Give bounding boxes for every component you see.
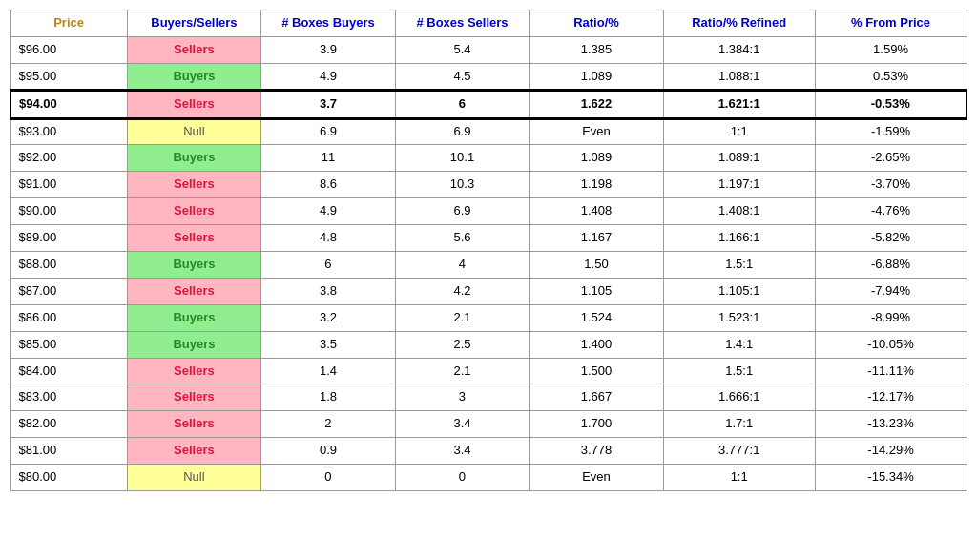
from-price-cell: -5.82%: [815, 225, 967, 252]
boxes-buyers-cell: 0: [261, 465, 396, 491]
boxes-buyers-cell: 2: [261, 411, 396, 438]
header-buyers-sellers: Buyers/Sellers: [127, 10, 261, 37]
boxes-sellers-cell: 4.2: [395, 278, 530, 304]
price-cell: $81.00: [10, 438, 127, 465]
ratio-refined-cell: 1:1: [663, 118, 815, 145]
boxes-sellers-cell: 4.5: [395, 63, 530, 90]
from-price-cell: -1.59%: [815, 118, 967, 145]
buyers-label: Buyers: [173, 337, 215, 351]
type-cell: Buyers: [127, 63, 261, 90]
table-row: $81.00Sellers0.93.43.7783.777:1-14.29%: [10, 438, 967, 465]
type-cell: Sellers: [127, 278, 261, 304]
price-cell: $90.00: [10, 198, 127, 225]
ratio-refined-cell: 1.166:1: [663, 225, 815, 252]
price-cell: $85.00: [10, 331, 127, 358]
from-price-cell: -8.99%: [815, 304, 967, 331]
boxes-buyers-cell: 3.5: [261, 331, 396, 358]
type-cell: Sellers: [127, 225, 261, 252]
from-price-cell: -3.70%: [815, 172, 967, 198]
type-cell: Buyers: [127, 252, 261, 279]
type-cell: Buyers: [127, 304, 261, 331]
type-cell: Sellers: [127, 438, 261, 465]
price-cell: $91.00: [10, 172, 127, 198]
ratio-cell: Even: [530, 118, 664, 145]
ratio-cell: 1.500: [530, 358, 664, 384]
ratio-refined-cell: 1.7:1: [663, 411, 815, 438]
type-cell: Sellers: [127, 36, 261, 63]
ratio-refined-cell: 1:1: [663, 465, 815, 491]
boxes-buyers-cell: 3.9: [261, 36, 396, 63]
table-row: $88.00Buyers641.501.5:1-6.88%: [10, 252, 967, 279]
buyers-label: Buyers: [173, 310, 215, 324]
boxes-sellers-cell: 2.5: [395, 331, 530, 358]
boxes-buyers-cell: 1.8: [261, 384, 396, 411]
table-row: $80.00Null00Even1:1-15.34%: [10, 465, 967, 491]
from-price-cell: -7.94%: [815, 278, 967, 304]
ratio-refined-cell: 1.621:1: [663, 91, 815, 118]
price-cell: $89.00: [10, 225, 127, 252]
sellers-label: Sellers: [174, 96, 215, 111]
table-row: $82.00Sellers23.41.7001.7:1-13.23%: [10, 411, 967, 438]
header-ratio-refined: Ratio/% Refined: [663, 10, 815, 37]
ratio-cell: 1.198: [530, 172, 664, 198]
type-cell: Sellers: [127, 172, 261, 198]
price-cell: $86.00: [10, 304, 127, 331]
boxes-sellers-cell: 10.1: [395, 145, 530, 172]
boxes-buyers-cell: 4.9: [261, 198, 396, 225]
price-cell: $92.00: [10, 145, 127, 172]
boxes-sellers-cell: 10.3: [395, 172, 530, 198]
ratio-cell: 3.778: [530, 438, 664, 465]
ratio-cell: 1.667: [530, 384, 664, 411]
price-cell: $83.00: [10, 384, 127, 411]
price-cell: $80.00: [10, 465, 127, 491]
table-row: $84.00Sellers1.42.11.5001.5:1-11.11%: [10, 358, 967, 384]
sellers-label: Sellers: [174, 283, 215, 298]
from-price-cell: -0.53%: [815, 91, 967, 118]
type-cell: Sellers: [127, 198, 261, 225]
table-row: $86.00Buyers3.22.11.5241.523:1-8.99%: [10, 304, 967, 331]
from-price-cell: -6.88%: [815, 252, 967, 279]
ratio-cell: 1.089: [530, 63, 664, 90]
ratio-refined-cell: 1.088:1: [663, 63, 815, 90]
table-row: $83.00Sellers1.831.6671.666:1-12.17%: [10, 384, 967, 411]
boxes-buyers-cell: 0.9: [261, 438, 396, 465]
boxes-buyers-cell: 6: [261, 252, 396, 279]
sellers-label: Sellers: [174, 389, 215, 404]
type-cell: Buyers: [127, 331, 261, 358]
price-cell: $82.00: [10, 411, 127, 438]
type-cell: Buyers: [127, 145, 261, 172]
ratio-refined-cell: 1.089:1: [663, 145, 815, 172]
boxes-sellers-cell: 3.4: [395, 411, 530, 438]
header-price: Price: [10, 10, 127, 37]
buyers-label: Buyers: [173, 150, 215, 164]
ratio-refined-cell: 1.105:1: [663, 278, 815, 304]
table-row: $96.00Sellers3.95.41.3851.384:11.59%: [10, 36, 967, 63]
table-row: $87.00Sellers3.84.21.1051.105:1-7.94%: [10, 278, 967, 304]
sellers-label: Sellers: [174, 443, 215, 457]
price-cell: $88.00: [10, 252, 127, 279]
table-row: $89.00Sellers4.85.61.1671.166:1-5.82%: [10, 225, 967, 252]
header-boxes-sellers: # Boxes Sellers: [395, 10, 530, 37]
ratio-cell: 1.105: [530, 278, 664, 304]
boxes-sellers-cell: 2.1: [395, 358, 530, 384]
ratio-cell: 1.622: [530, 91, 664, 118]
type-cell: Null: [127, 118, 261, 145]
ratio-refined-cell: 1.384:1: [663, 36, 815, 63]
buyers-label: Buyers: [173, 257, 215, 271]
null-label: Null: [183, 469, 204, 484]
ratio-refined-cell: 1.5:1: [663, 252, 815, 279]
price-cell: $96.00: [10, 36, 127, 63]
price-cell: $94.00: [10, 91, 127, 118]
ratio-cell: 1.400: [530, 331, 664, 358]
table-row: $93.00Null6.96.9Even1:1-1.59%: [10, 118, 967, 145]
ratio-refined-cell: 1.408:1: [663, 198, 815, 225]
table-row: $94.00Sellers3.761.6221.621:1-0.53%: [10, 91, 967, 118]
ratio-cell: 1.50: [530, 252, 664, 279]
type-cell: Sellers: [127, 411, 261, 438]
ratio-cell: 1.524: [530, 304, 664, 331]
table-row: $85.00Buyers3.52.51.4001.4:1-10.05%: [10, 331, 967, 358]
boxes-sellers-cell: 3: [395, 384, 530, 411]
type-cell: Sellers: [127, 358, 261, 384]
boxes-sellers-cell: 5.4: [395, 36, 530, 63]
boxes-buyers-cell: 3.7: [261, 91, 396, 118]
